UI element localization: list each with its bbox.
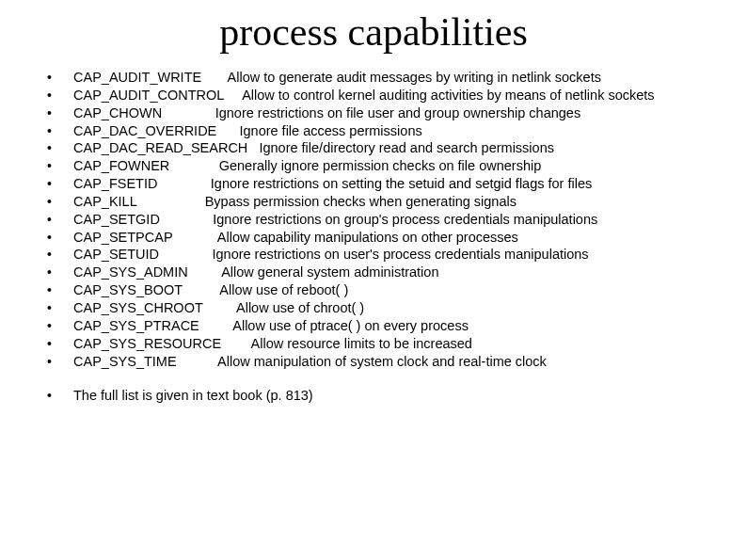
- capability-item: CAP_FOWNER Generally ignore permission c…: [38, 157, 709, 175]
- capability-name: CAP_SYS_PTRACE: [73, 318, 199, 333]
- capability-item: CAP_SYS_TIME Allow manipulation of syste…: [38, 353, 709, 371]
- capability-item: CAP_SYS_CHROOT Allow use of chroot( ): [38, 299, 709, 317]
- capability-description: Ignore restrictions on setting the setui…: [211, 176, 592, 191]
- capability-description: Bypass permission checks when generating…: [205, 194, 517, 209]
- capability-name: CAP_SETPCAP: [73, 230, 172, 245]
- capability-item: CAP_SETUID Ignore restrictions on user's…: [38, 246, 709, 264]
- capability-name: CAP_DAC_READ_SEARCH: [73, 140, 247, 155]
- capability-description: Allow to control kernel auditing activit…: [242, 88, 654, 103]
- capability-name: CAP_FSETID: [73, 176, 157, 191]
- capability-item: CAP_SETGID Ignore restrictions on group'…: [38, 211, 709, 229]
- capability-item: CAP_DAC_READ_SEARCH Ignore file/director…: [38, 139, 709, 157]
- footer-list: The full list is given in text book (p. …: [38, 387, 709, 405]
- capability-item: CAP_FSETID Ignore restrictions on settin…: [38, 175, 709, 193]
- capability-name: CAP_SYS_TIME: [73, 354, 177, 369]
- capability-description: Allow use of ptrace( ) on every process: [232, 318, 469, 333]
- capability-name: CAP_AUDIT_WRITE: [73, 70, 201, 85]
- capability-name: CAP_SETUID: [73, 247, 159, 262]
- capability-description: Allow manipulation of system clock and r…: [217, 354, 547, 369]
- capability-description: Allow resource limits to be increased: [251, 336, 472, 351]
- slide-title: process capabilities: [38, 9, 709, 55]
- capability-name: CAP_SYS_CHROOT: [73, 300, 203, 315]
- capability-name: CAP_SYS_ADMIN: [73, 264, 188, 280]
- capability-description: Ignore restrictions on user's process cr…: [212, 247, 588, 262]
- capability-description: Generally ignore permission checks on fi…: [219, 158, 542, 173]
- capability-description: Ignore file access permissions: [239, 123, 421, 138]
- capability-name: CAP_AUDIT_CONTROL: [73, 88, 224, 103]
- capability-item: CAP_SYS_RESOURCE Allow resource limits t…: [38, 335, 709, 353]
- capability-name: CAP_CHOWN: [73, 105, 162, 120]
- capability-item: CAP_AUDIT_CONTROL Allow to control kerne…: [38, 87, 709, 104]
- capability-item: CAP_DAC_OVERRIDE Ignore file access perm…: [38, 122, 709, 140]
- capabilities-list: CAP_AUDIT_WRITE Allow to generate audit …: [38, 69, 709, 370]
- capability-name: CAP_KILL: [73, 194, 136, 209]
- capability-description: Ignore restrictions on group's process c…: [213, 212, 597, 227]
- capability-item: CAP_AUDIT_WRITE Allow to generate audit …: [38, 69, 709, 87]
- capability-name: CAP_SYS_BOOT: [73, 282, 183, 297]
- capability-name: CAP_FOWNER: [73, 158, 169, 173]
- capability-item: CAP_SYS_PTRACE Allow use of ptrace( ) on…: [38, 317, 709, 335]
- capability-description: Allow use of chroot( ): [236, 300, 364, 315]
- capability-item: CAP_KILL Bypass permission checks when g…: [38, 193, 709, 211]
- capability-description: Ignore restrictions on file user and gro…: [215, 105, 581, 120]
- capability-name: CAP_SYS_RESOURCE: [73, 336, 221, 351]
- capability-name: CAP_SETGID: [73, 212, 160, 227]
- capability-description: Allow general system administration: [221, 264, 438, 280]
- capability-description: Allow use of reboot( ): [219, 282, 348, 297]
- capability-item: CAP_SETPCAP Allow capability manipulatio…: [38, 229, 709, 247]
- capability-item: CAP_SYS_BOOT Allow use of reboot( ): [38, 281, 709, 299]
- capability-name: CAP_DAC_OVERRIDE: [73, 123, 216, 138]
- capability-description: Allow to generate audit messages by writ…: [228, 70, 601, 85]
- capability-description: Ignore file/directory read and search pe…: [259, 140, 554, 155]
- capability-item: CAP_CHOWN Ignore restrictions on file us…: [38, 104, 709, 122]
- slide-container: process capabilities CAP_AUDIT_WRITE All…: [0, 0, 747, 414]
- capability-description: Allow capability manipulations on other …: [217, 230, 518, 245]
- footer-note: The full list is given in text book (p. …: [38, 387, 709, 405]
- capability-item: CAP_SYS_ADMIN Allow general system admin…: [38, 264, 709, 281]
